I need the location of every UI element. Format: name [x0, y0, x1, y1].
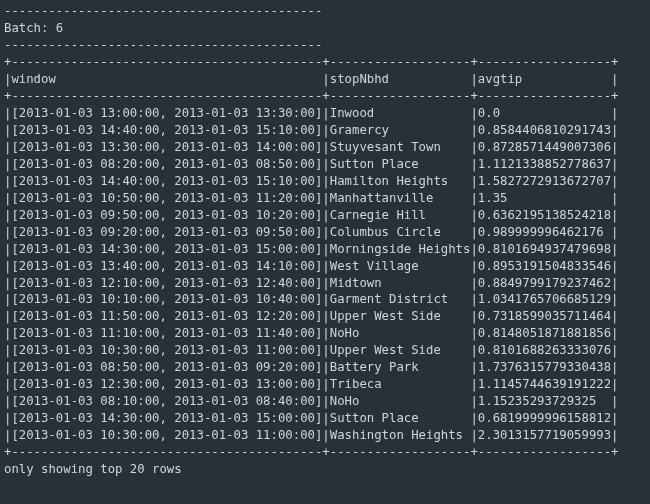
cell-window: [2013-01-03 10:50:00, 2013-01-03 11:20:0…	[11, 191, 322, 205]
col-header-avgtip: avgtip	[478, 72, 611, 86]
cell-stopnbhd: Manhattanville	[330, 191, 471, 205]
cell-window: [2013-01-03 08:10:00, 2013-01-03 08:40:0…	[11, 394, 322, 408]
cell-stopnbhd: Garment District	[330, 292, 471, 306]
table-border: +---------------------------------------…	[4, 55, 618, 69]
cell-avgtip: 0.8101694937479698	[478, 242, 611, 256]
cell-window: [2013-01-03 09:50:00, 2013-01-03 10:20:0…	[11, 208, 322, 222]
cell-avgtip: 0.8101688263333076	[478, 343, 611, 357]
cell-avgtip: 1.0341765706685129	[478, 292, 611, 306]
footer-note: only showing top 20 rows	[4, 462, 182, 476]
cell-stopnbhd: Upper West Side	[330, 343, 471, 357]
cell-avgtip: 1.5827272913672707	[478, 174, 611, 188]
cell-stopnbhd: Morningside Heights	[330, 242, 471, 256]
col-header-window: window	[11, 72, 322, 86]
cell-window: [2013-01-03 13:40:00, 2013-01-03 14:10:0…	[11, 259, 322, 273]
cell-window: [2013-01-03 14:30:00, 2013-01-03 15:00:0…	[11, 242, 322, 256]
table-border: +---------------------------------------…	[4, 89, 618, 103]
terminal-output: ----------------------------------------…	[0, 0, 650, 482]
cell-avgtip: 0.8849799179237462	[478, 276, 611, 290]
cell-stopnbhd: Sutton Place	[330, 157, 471, 171]
cell-stopnbhd: Carnegie Hill	[330, 208, 471, 222]
cell-window: [2013-01-03 12:30:00, 2013-01-03 13:00:0…	[11, 377, 322, 391]
cell-stopnbhd: Midtown	[330, 276, 471, 290]
cell-window: [2013-01-03 10:30:00, 2013-01-03 11:00:0…	[11, 343, 322, 357]
cell-avgtip: 1.35	[478, 191, 611, 205]
cell-stopnbhd: Upper West Side	[330, 309, 471, 323]
cell-avgtip: 0.7318599035711464	[478, 309, 611, 323]
cell-stopnbhd: Battery Park	[330, 360, 471, 374]
cell-window: [2013-01-03 08:20:00, 2013-01-03 08:50:0…	[11, 157, 322, 171]
cell-window: [2013-01-03 13:30:00, 2013-01-03 14:00:0…	[11, 140, 322, 154]
cell-stopnbhd: West Village	[330, 259, 471, 273]
cell-avgtip: 1.1121338852778637	[478, 157, 611, 171]
divider: ----------------------------------------…	[4, 4, 322, 18]
cell-avgtip: 2.3013157719059993	[478, 428, 611, 442]
cell-avgtip: 0.0	[478, 106, 611, 120]
cell-avgtip: 0.6362195138524218	[478, 208, 611, 222]
cell-avgtip: 0.8148051871881856	[478, 326, 611, 340]
cell-stopnbhd: Hamilton Heights	[330, 174, 471, 188]
cell-window: [2013-01-03 10:10:00, 2013-01-03 10:40:0…	[11, 292, 322, 306]
table-border: +---------------------------------------…	[4, 445, 618, 459]
cell-avgtip: 1.1145744639191222	[478, 377, 611, 391]
cell-window: [2013-01-03 10:30:00, 2013-01-03 11:00:0…	[11, 428, 322, 442]
cell-window: [2013-01-03 14:40:00, 2013-01-03 15:10:0…	[11, 174, 322, 188]
cell-window: [2013-01-03 11:10:00, 2013-01-03 11:40:0…	[11, 326, 322, 340]
col-header-stopnbhd: stopNbhd	[330, 72, 471, 86]
cell-window: [2013-01-03 08:50:00, 2013-01-03 09:20:0…	[11, 360, 322, 374]
cell-stopnbhd: Sutton Place	[330, 411, 471, 425]
cell-window: [2013-01-03 14:30:00, 2013-01-03 15:00:0…	[11, 411, 322, 425]
cell-avgtip: 1.7376315779330438	[478, 360, 611, 374]
cell-window: [2013-01-03 13:00:00, 2013-01-03 13:30:0…	[11, 106, 322, 120]
cell-stopnbhd: NoHo	[330, 394, 471, 408]
cell-stopnbhd: NoHo	[330, 326, 471, 340]
cell-stopnbhd: Washington Heights	[330, 428, 471, 442]
cell-window: [2013-01-03 09:20:00, 2013-01-03 09:50:0…	[11, 225, 322, 239]
cell-stopnbhd: Columbus Circle	[330, 225, 471, 239]
cell-window: [2013-01-03 11:50:00, 2013-01-03 12:20:0…	[11, 309, 322, 323]
cell-avgtip: 0.6819999996158812	[478, 411, 611, 425]
divider: ----------------------------------------…	[4, 38, 322, 52]
cell-avgtip: 0.8953191504833546	[478, 259, 611, 273]
cell-avgtip: 0.8728571449007306	[478, 140, 611, 154]
cell-window: [2013-01-03 14:40:00, 2013-01-03 15:10:0…	[11, 123, 322, 137]
cell-stopnbhd: Stuyvesant Town	[330, 140, 471, 154]
cell-avgtip: 0.8584406810291743	[478, 123, 611, 137]
batch-label: Batch: 6	[4, 21, 63, 35]
cell-stopnbhd: Tribeca	[330, 377, 471, 391]
cell-avgtip: 1.15235293729325	[478, 394, 611, 408]
cell-avgtip: 0.989999996462176	[478, 225, 611, 239]
cell-stopnbhd: Inwood	[330, 106, 471, 120]
cell-stopnbhd: Gramercy	[330, 123, 471, 137]
cell-window: [2013-01-03 12:10:00, 2013-01-03 12:40:0…	[11, 276, 322, 290]
